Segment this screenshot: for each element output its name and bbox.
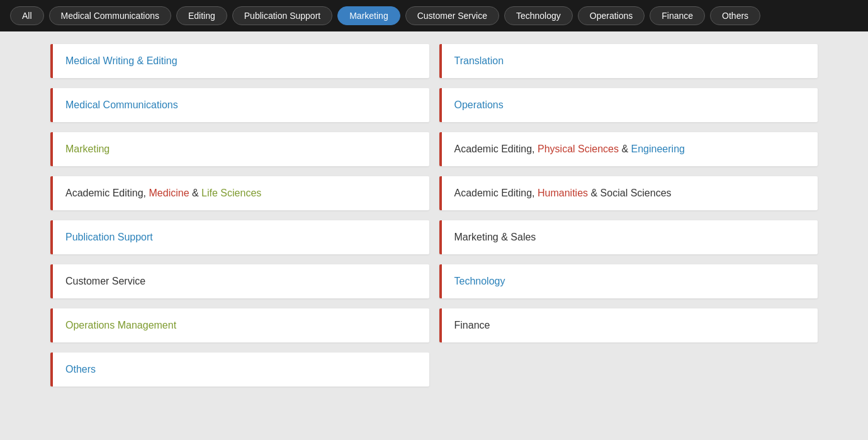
filter-btn-editing[interactable]: Editing [176, 6, 227, 25]
category-label: Publication Support [65, 232, 153, 243]
category-card[interactable]: Medical Communications [50, 88, 429, 122]
category-label: Operations [454, 99, 504, 111]
category-card[interactable]: Customer Service [50, 264, 429, 298]
category-card[interactable]: Operations [439, 88, 818, 122]
category-card[interactable]: Academic Editing, Medicine & Life Scienc… [50, 176, 429, 210]
filter-btn-technology[interactable]: Technology [504, 6, 573, 25]
filter-btn-customer-service[interactable]: Customer Service [405, 6, 499, 25]
category-label: Medical Writing & Editing [65, 55, 178, 67]
category-label: Academic Editing, Medicine & Life Scienc… [65, 188, 261, 199]
category-card[interactable]: Finance [439, 308, 818, 342]
main-content: Medical Writing & EditingTranslationMedi… [0, 31, 868, 399]
filter-bar: AllMedical CommunicationsEditingPublicat… [0, 0, 868, 31]
filter-btn-marketing[interactable]: Marketing [337, 6, 400, 25]
filter-btn-finance[interactable]: Finance [650, 6, 705, 25]
category-card[interactable]: Academic Editing, Physical Sciences & En… [439, 132, 818, 166]
category-card[interactable]: Publication Support [50, 220, 429, 254]
category-card[interactable]: Marketing & Sales [439, 220, 818, 254]
category-card[interactable]: Academic Editing, Humanities & Social Sc… [439, 176, 818, 210]
category-grid: Medical Writing & EditingTranslationMedi… [50, 44, 818, 386]
filter-btn-others[interactable]: Others [710, 6, 760, 25]
category-card[interactable]: Marketing [50, 132, 429, 166]
category-card[interactable]: Translation [439, 44, 818, 78]
filter-btn-medical-communications[interactable]: Medical Communications [49, 6, 171, 25]
filter-btn-operations[interactable]: Operations [578, 6, 645, 25]
category-label: Academic Editing, Physical Sciences & En… [454, 144, 685, 155]
category-label: Customer Service [65, 276, 145, 287]
category-label: Marketing [65, 144, 110, 155]
category-card[interactable]: Operations Management [50, 308, 429, 342]
category-card[interactable]: Others [50, 353, 429, 386]
category-card[interactable]: Medical Writing & Editing [50, 44, 429, 78]
category-label: Technology [454, 276, 505, 287]
filter-btn-publication-support[interactable]: Publication Support [232, 6, 332, 25]
category-label: Others [65, 364, 96, 375]
filter-btn-all[interactable]: All [10, 6, 44, 25]
category-label: Marketing & Sales [454, 232, 536, 243]
category-label: Academic Editing, Humanities & Social Sc… [454, 188, 672, 199]
category-label: Translation [454, 55, 504, 67]
category-label: Medical Communications [65, 99, 178, 111]
category-card[interactable]: Technology [439, 264, 818, 298]
category-label: Operations Management [65, 320, 176, 331]
category-label: Finance [454, 320, 490, 331]
